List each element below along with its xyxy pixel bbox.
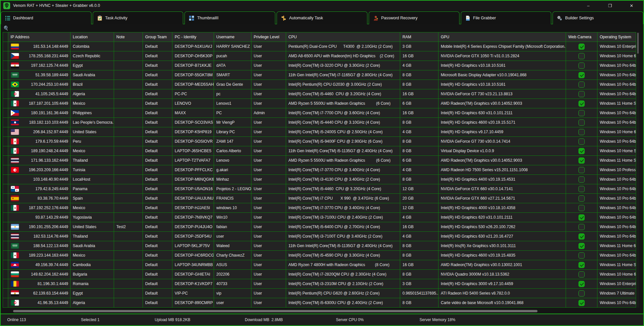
cell-gpu[interactable]: AMD Radeon HD 7500 Series v15.201.1151.1… bbox=[439, 165, 566, 174]
cell-gpu[interactable]: Intel(R) HD Graphics 620 v31.0.101.2111 bbox=[439, 213, 566, 222]
cell-note[interactable] bbox=[114, 194, 143, 203]
cell-privilege-level[interactable]: User bbox=[251, 232, 286, 241]
cell-ip-address[interactable]: 196.203.209.166:4449 bbox=[8, 165, 70, 174]
cell-gpu[interactable]: Intel(R) HD Graphics 530 v26.20.100.7262 bbox=[439, 222, 566, 231]
webcam-checkbox[interactable] bbox=[578, 53, 585, 59]
cell-username[interactable]: Carlos Alberto bbox=[214, 146, 251, 155]
cell-privilege-level[interactable]: User bbox=[251, 137, 286, 146]
cell-gpu[interactable]: AMD Radeon(TM) Graphics v30.0.13002.1001 bbox=[439, 260, 566, 269]
cell-ram[interactable]: 8 GB bbox=[400, 175, 438, 184]
header-web-camera[interactable]: Web Camera bbox=[566, 32, 597, 42]
webcam-checkbox[interactable] bbox=[578, 119, 585, 126]
cell-ip-address[interactable]: 180.191.161.36:4449 bbox=[8, 108, 70, 118]
cell-username[interactable]: user bbox=[214, 298, 251, 307]
cell-group-team[interactable]: Default bbox=[143, 89, 172, 99]
cell-location[interactable]: Panama bbox=[70, 184, 114, 193]
row-selector[interactable] bbox=[3, 89, 8, 99]
cell-gpu[interactable]: Intel(R) HD Graphics v9.17.10.4459 bbox=[439, 127, 566, 136]
cell-group-team[interactable]: Default bbox=[143, 42, 172, 51]
cell-username[interactable]: vip bbox=[214, 289, 251, 298]
cell-pc-identity[interactable]: DESKTOP-HJJAE5I bbox=[172, 203, 214, 212]
cell-cpu[interactable]: Intel(R) Core(TM) i5-4460 CPU @ 3.20GHz … bbox=[286, 89, 400, 99]
cell-ram[interactable]: 8 GB bbox=[400, 270, 438, 279]
row-selector[interactable] bbox=[3, 222, 8, 231]
cell-ip-address[interactable]: 189.223.144.163:4449 bbox=[8, 251, 70, 260]
cell-privilege-level[interactable]: User bbox=[251, 127, 286, 136]
cell-group-team[interactable]: Default bbox=[143, 51, 172, 61]
cell-gpu[interactable]: Intel(R) Iris(R) Xe Graphics v30.0.101.3… bbox=[439, 241, 566, 250]
cell-cpu[interactable]: Intel(R) Core(TM) i3-4130 CPU @ 3.40GHz … bbox=[286, 175, 400, 184]
cell-cpu[interactable]: Intel(R) Core(TM) i7 CPU X 990 @ 3.47GHz… bbox=[286, 194, 400, 203]
cell-cpu[interactable]: Intel(R) Core(TM) i5-4590 CPU @ 3.30GHz … bbox=[286, 251, 400, 260]
cell-ip-address[interactable]: 171.96.133.162:4449 bbox=[8, 156, 70, 165]
cell-operating-system[interactable]: Windows 10 Home 64bit bbox=[597, 127, 636, 136]
row-selector[interactable] bbox=[3, 184, 8, 193]
cell-operating-system[interactable]: Windows 10 Pro 64bit bbox=[597, 194, 636, 203]
cell-pc-identity[interactable]: MAXX bbox=[172, 108, 214, 118]
header-location[interactable]: Location bbox=[70, 32, 114, 42]
cell-pc-identity[interactable]: DESKTOP-SCO3VAS bbox=[172, 118, 214, 127]
webcam-checkbox[interactable] bbox=[578, 63, 585, 69]
cell-group-team[interactable]: Default bbox=[143, 222, 172, 231]
cell-ip-address[interactable]: 49.156.39.74:4449 bbox=[8, 260, 70, 269]
cell-ip-address[interactable]: 170.244.253.10:4449 bbox=[8, 80, 70, 89]
cell-username[interactable]: PC bbox=[214, 108, 251, 118]
cell-gpu[interactable]: Intel(R) HD Graphics 630 v21.20.16.4727 bbox=[439, 232, 566, 241]
cell-ram[interactable]: 4 GB bbox=[400, 232, 438, 241]
cell-note[interactable]: Test2 bbox=[114, 222, 143, 231]
cell-operating-system[interactable]: Windows 11 Home Single bbox=[597, 260, 636, 269]
webcam-checkbox[interactable] bbox=[578, 290, 585, 297]
cell-note[interactable] bbox=[114, 232, 143, 241]
cell-cpu[interactable]: Intel(R) Core(TM) i7-3770 CPU @ 3.40GHz … bbox=[286, 165, 400, 174]
cell-privilege-level[interactable]: User bbox=[251, 251, 286, 260]
cell-ip-address[interactable]: 103.148.40.90:4449 bbox=[8, 175, 70, 184]
cell-operating-system[interactable]: Windows 10 Pro 64bit bbox=[597, 232, 636, 241]
cell-location[interactable]: Thailand bbox=[70, 232, 114, 241]
webcam-checkbox[interactable] bbox=[578, 110, 585, 116]
cell-username[interactable]: Projetos 2 - LEGNOX bbox=[214, 184, 251, 193]
cell-username[interactable]: Lenovo bbox=[214, 156, 251, 165]
cell-note[interactable] bbox=[114, 260, 143, 269]
webcam-checkbox[interactable] bbox=[578, 243, 585, 249]
cell-ram[interactable]: 6 GB bbox=[400, 99, 438, 108]
cell-location[interactable]: United States bbox=[70, 127, 114, 136]
row-selector[interactable] bbox=[3, 70, 8, 80]
cell-ram[interactable]: 8 GB bbox=[400, 80, 438, 89]
cell-cpu[interactable]: AMD A8-6500 APU with Radeon(tm) HD Graph… bbox=[286, 51, 400, 61]
cell-privilege-level[interactable]: User bbox=[251, 118, 286, 127]
cell-cpu[interactable]: Intel(R) Pentium(R) CPU G2030 @ 3.00GHz … bbox=[286, 80, 400, 89]
cell-location[interactable]: Egypt bbox=[70, 61, 114, 70]
cell-operating-system[interactable]: Windows 10 Pro 64bit bbox=[597, 70, 636, 80]
cell-username[interactable]: g.akari bbox=[214, 165, 251, 174]
cell-gpu[interactable]: Virtual Display Device v1.0.0.9 bbox=[439, 146, 566, 155]
cell-gpu[interactable]: NVIDIA GeForce GT 730 v30.0.14.7414 bbox=[439, 137, 566, 146]
webcam-checkbox[interactable] bbox=[578, 214, 585, 221]
cell-operating-system[interactable]: Windows 10 Pro 64bit bbox=[597, 184, 636, 193]
cell-location[interactable]: Saudi Arabia bbox=[70, 70, 114, 80]
tab-thumbnail[interactable]: ThumbnailII bbox=[185, 11, 275, 24]
cell-cpu[interactable]: AMD Ryzen 5 5500U with Radeon Graphics (… bbox=[286, 156, 400, 165]
cell-username[interactable]: Win10 bbox=[214, 213, 251, 222]
cell-username[interactable]: 40733 bbox=[214, 279, 251, 288]
tab-task-activity[interactable]: Task Activity bbox=[93, 11, 184, 24]
header-ram[interactable]: RAM bbox=[400, 32, 438, 42]
cell-pc-identity[interactable]: DESKTOP-890CMRP bbox=[172, 298, 214, 307]
cell-username[interactable]: Library PC bbox=[214, 127, 251, 136]
cell-gpu[interactable]: NVIDIA GeForce GTX 660 v27.21.14.5671 bbox=[439, 194, 566, 203]
cell-gpu[interactable]: NVIDIA Quadro 3000M v10.18.13.5362 bbox=[439, 270, 566, 279]
cell-cpu[interactable]: Intel(R) Core(TM) i5-9400F CPU @ 2.90GHz… bbox=[286, 137, 400, 146]
cell-group-team[interactable]: Default bbox=[143, 260, 172, 269]
cell-privilege-level[interactable]: User bbox=[251, 165, 286, 174]
cell-privilege-level[interactable]: User bbox=[251, 184, 286, 193]
webcam-checkbox[interactable] bbox=[578, 138, 585, 145]
cell-location[interactable]: Algeria bbox=[70, 298, 114, 307]
cell-ram[interactable]: 16 GB bbox=[400, 51, 438, 61]
search-icon[interactable] bbox=[4, 26, 9, 31]
cell-note[interactable] bbox=[114, 80, 143, 89]
cell-group-team[interactable]: Default bbox=[143, 165, 172, 174]
cell-ram[interactable]: 16 GB bbox=[400, 222, 438, 231]
cell-username[interactable]: Mr ViengP bbox=[214, 118, 251, 127]
cell-pc-identity[interactable]: VIP-PC bbox=[172, 289, 214, 298]
row-selector[interactable] bbox=[3, 260, 8, 269]
webcam-checkbox[interactable] bbox=[578, 148, 585, 154]
